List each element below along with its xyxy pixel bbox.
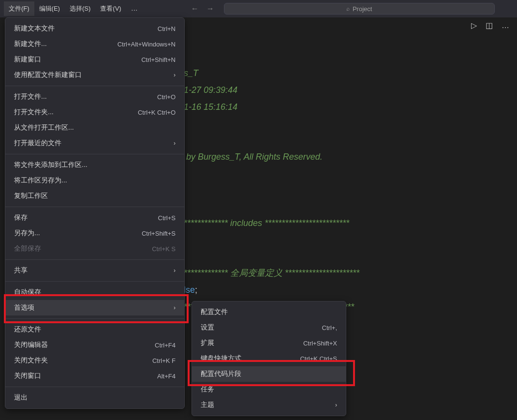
- menu-item[interactable]: 打开文件...Ctrl+O: [5, 89, 184, 105]
- menu-item-label: 从文件打开工作区...: [14, 123, 74, 132]
- menu-item[interactable]: 首选项›: [5, 300, 184, 315]
- nav-back-icon[interactable]: ←: [191, 4, 199, 13]
- file-menu: 新建文本文件Ctrl+N新建文件...Ctrl+Alt+Windows+N新建窗…: [5, 17, 185, 409]
- title-bar: 文件(F) 编辑(E) 选择(S) 查看(V) … ← → ⌕ Project: [0, 0, 517, 17]
- menu-separator: [5, 259, 184, 260]
- menu-separator: [5, 154, 184, 154]
- menu-item-shortcut: Ctrl+O: [157, 93, 176, 101]
- chevron-right-icon: ›: [335, 402, 337, 408]
- menu-separator: [5, 86, 184, 86]
- menu-item-label: 配置文件: [201, 308, 228, 316]
- run-icon[interactable]: ▷: [471, 21, 477, 30]
- menu-item[interactable]: 配置代码片段: [192, 366, 346, 382]
- code-line: s_T: [184, 68, 198, 78]
- menu-item[interactable]: 退出: [5, 390, 184, 405]
- menu-item[interactable]: 使用配置文件新建窗口›: [5, 67, 184, 83]
- menu-item[interactable]: 关闭窗口Alt+F4: [5, 368, 184, 384]
- menubar: 文件(F) 编辑(E) 选择(S) 查看(V) …: [4, 1, 143, 16]
- menu-item-label: 关闭编辑器: [14, 341, 48, 349]
- menu-item-label: 扩展: [201, 339, 214, 347]
- code-line: lse;: [184, 285, 197, 295]
- editor-area[interactable]: s_T 1-27 09:39:44 1-16 15:16:14 by Burge…: [184, 48, 359, 315]
- menu-item-label: 还原文件: [14, 325, 41, 334]
- menu-item-label: 新建窗口: [14, 55, 41, 64]
- menu-item[interactable]: 打开最近的文件›: [5, 135, 184, 151]
- preferences-submenu: 配置文件设置Ctrl+,扩展Ctrl+Shift+X键盘快捷方式Ctrl+K C…: [192, 301, 346, 416]
- menu-separator: [5, 387, 184, 387]
- menu-item[interactable]: 设置Ctrl+,: [192, 320, 346, 335]
- menu-item-label: 退出: [14, 393, 28, 402]
- menu-item[interactable]: 扩展Ctrl+Shift+X: [192, 335, 346, 351]
- menu-overflow[interactable]: …: [126, 1, 143, 16]
- command-center[interactable]: ⌕ Project: [224, 3, 495, 15]
- menu-edit[interactable]: 编辑(E): [34, 1, 65, 16]
- menu-item-label: 主题: [201, 401, 214, 409]
- menu-item[interactable]: 另存为...Ctrl+Shift+S: [5, 225, 184, 241]
- menu-item-label: 关闭文件夹: [14, 356, 48, 365]
- menu-item[interactable]: 将文件夹添加到工作区...: [5, 157, 184, 173]
- menu-item-label: 键盘快捷方式: [201, 354, 241, 363]
- code-line: 1-16 15:16:14: [184, 102, 237, 112]
- menu-item[interactable]: 从文件打开工作区...: [5, 120, 184, 135]
- menu-item[interactable]: 复制工作区: [5, 188, 184, 204]
- nav-arrows: ← →: [191, 4, 214, 13]
- menu-item[interactable]: 自动保存: [5, 285, 184, 300]
- menu-select[interactable]: 选择(S): [65, 1, 95, 16]
- menu-item-label: 全部保存: [14, 244, 41, 253]
- menu-item-label: 将工作区另存为...: [14, 176, 67, 185]
- menu-item-shortcut: Ctrl+S: [158, 214, 176, 222]
- chevron-right-icon: ›: [174, 304, 176, 311]
- menu-item[interactable]: 新建窗口Ctrl+Shift+N: [5, 52, 184, 67]
- menu-item-shortcut: Ctrl+Shift+N: [141, 56, 176, 63]
- command-center-label: Project: [353, 5, 372, 13]
- menu-item[interactable]: 关闭编辑器Ctrl+F4: [5, 337, 184, 353]
- menu-item-shortcut: Ctrl+K Ctrl+S: [300, 355, 337, 362]
- menu-item-label: 另存为...: [14, 229, 40, 238]
- menu-item-label: 复制工作区: [14, 192, 48, 200]
- menu-item[interactable]: 保存Ctrl+S: [5, 210, 184, 225]
- chevron-right-icon: ›: [174, 72, 176, 78]
- menu-item[interactable]: 共享›: [5, 263, 184, 278]
- code-line: 1-27 09:39:44: [184, 85, 237, 95]
- menu-file[interactable]: 文件(F): [4, 1, 34, 16]
- menu-item-shortcut: Ctrl+,: [322, 324, 337, 331]
- menu-item[interactable]: 打开文件夹...Ctrl+K Ctrl+O: [5, 105, 184, 120]
- nav-forward-icon[interactable]: →: [207, 4, 214, 13]
- menu-item[interactable]: 任务: [192, 382, 346, 397]
- menu-item[interactable]: 还原文件: [5, 322, 184, 337]
- menu-item-label: 打开文件...: [14, 92, 47, 101]
- menu-item-label: 设置: [201, 323, 214, 332]
- menu-item-label: 将文件夹添加到工作区...: [14, 161, 88, 169]
- chevron-right-icon: ›: [174, 267, 176, 274]
- menu-item[interactable]: 主题›: [192, 397, 346, 413]
- menu-item[interactable]: 配置文件: [192, 304, 346, 320]
- menu-item-label: 打开最近的文件: [14, 139, 61, 148]
- menu-item[interactable]: 键盘快捷方式Ctrl+K Ctrl+S: [192, 351, 346, 366]
- split-editor-icon[interactable]: ◫: [486, 21, 493, 30]
- menu-item-label: 配置代码片段: [201, 370, 241, 378]
- menu-separator: [5, 207, 184, 207]
- menu-view[interactable]: 查看(V): [95, 1, 126, 16]
- menu-item-shortcut: Ctrl+F4: [155, 342, 176, 349]
- menu-item-label: 打开文件夹...: [14, 108, 54, 117]
- more-actions-icon[interactable]: …: [502, 21, 509, 30]
- menu-item-label: 关闭窗口: [14, 372, 41, 380]
- menu-item-shortcut: Ctrl+N: [158, 25, 176, 32]
- menu-item-label: 新建文件...: [14, 40, 47, 48]
- menu-item-label: 任务: [201, 385, 214, 394]
- menu-item-label: 使用配置文件新建窗口: [14, 71, 82, 79]
- code-line: ************* includes *****************…: [184, 218, 349, 228]
- menu-item[interactable]: 关闭文件夹Ctrl+K F: [5, 353, 184, 368]
- menu-item[interactable]: 新建文本文件Ctrl+N: [5, 21, 184, 36]
- menu-item[interactable]: 将工作区另存为...: [5, 173, 184, 188]
- menu-separator: [5, 318, 184, 319]
- menu-item[interactable]: 新建文件...Ctrl+Alt+Windows+N: [5, 36, 184, 52]
- menu-item-label: 首选项: [14, 303, 34, 312]
- menu-item-shortcut: Alt+F4: [157, 373, 176, 380]
- menu-item-shortcut: Ctrl+Shift+X: [303, 340, 337, 347]
- chevron-right-icon: ›: [174, 140, 176, 147]
- menu-item-label: 共享: [14, 266, 28, 275]
- menu-separator: [5, 281, 184, 282]
- code-line: ************* 全局变量定义 *******************…: [184, 268, 359, 278]
- menu-item-label: 自动保存: [14, 288, 41, 297]
